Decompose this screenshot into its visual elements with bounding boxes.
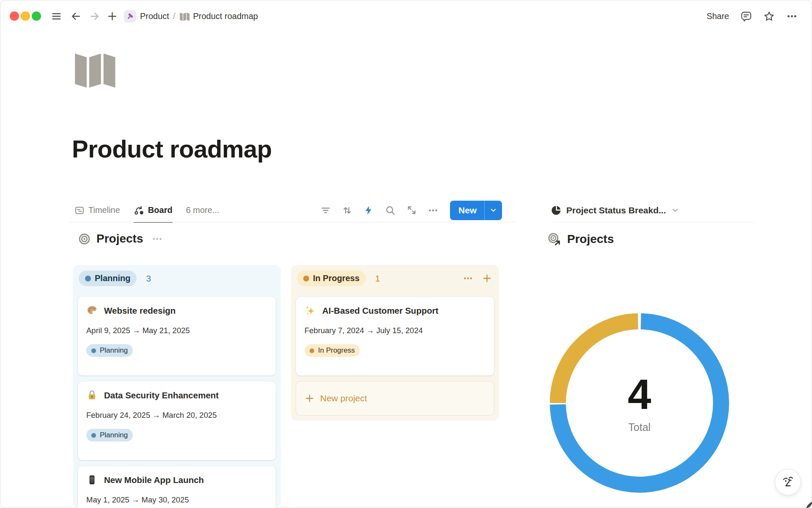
new-button[interactable]: New	[450, 201, 502, 220]
back-icon[interactable]	[71, 11, 81, 22]
column-count: 3	[146, 273, 151, 284]
project-card[interactable]: Data Security Enhancement February 24, 2…	[78, 381, 276, 460]
card-title: AI-Based Customer Support	[322, 306, 439, 316]
card-title: New Mobile App Launch	[104, 475, 204, 485]
new-tab-plus-icon[interactable]	[107, 11, 118, 22]
artist-palette-icon	[86, 305, 98, 316]
sparkles-icon	[304, 305, 316, 316]
plus-icon	[304, 393, 315, 403]
lock-icon	[86, 389, 98, 401]
sidebar-menu-icon[interactable]	[51, 11, 62, 22]
favorite-star-icon[interactable]	[763, 11, 775, 22]
status-dot	[85, 276, 91, 282]
more-options-icon[interactable]	[786, 11, 798, 22]
mobile-phone-icon	[86, 474, 98, 486]
chevron-down-icon	[671, 206, 680, 215]
column-more-icon[interactable]	[463, 273, 473, 284]
board-column-in-progress: In Progress 1 AI-Based Customer Support …	[291, 265, 499, 421]
column-header: In Progress 1	[291, 265, 499, 286]
notion-window: Product / Product roadmap Share Product …	[0, 0, 812, 508]
column-header: Planning 3	[73, 265, 281, 286]
expand-icon[interactable]	[406, 205, 417, 215]
traffic-light-minimize[interactable]	[21, 11, 30, 21]
status-badge[interactable]: Planning	[79, 271, 137, 286]
project-card[interactable]: AI-Based Customer Support February 7, 20…	[296, 297, 494, 375]
team-hammer-icon[interactable]	[124, 10, 136, 22]
section-more-icon[interactable]	[151, 233, 163, 245]
titlebar: Product / Product roadmap Share	[0, 0, 812, 32]
page-map-icon[interactable]	[73, 48, 117, 91]
search-icon[interactable]	[385, 205, 396, 216]
view-tabs: Timeline Board 6 more...	[74, 198, 219, 222]
timeline-icon	[74, 205, 85, 215]
card-date-range: February 7, 2024 → July 15, 2024	[304, 326, 486, 335]
breadcrumb-team[interactable]: Product	[140, 11, 169, 21]
board-icon	[134, 205, 144, 215]
chart-section-title: Projects	[567, 232, 614, 246]
page-title: Product roadmap	[72, 135, 272, 163]
breadcrumb-page[interactable]: Product roadmap	[193, 11, 258, 21]
linked-target-icon	[547, 232, 562, 246]
filter-icon[interactable]	[320, 205, 331, 216]
divider	[69, 222, 517, 222]
chevron-down-icon	[484, 201, 502, 220]
status-dot	[303, 276, 309, 282]
assistant-face-button[interactable]	[775, 469, 801, 495]
corner-cursor-blob	[804, 500, 812, 508]
forward-icon[interactable]	[89, 11, 100, 22]
map-icon	[179, 11, 190, 21]
tab-more-views[interactable]: 6 more...	[186, 198, 219, 222]
card-title: Website redesign	[104, 306, 176, 316]
card-date-range: February 24, 2025 → March 20, 2025	[86, 411, 267, 420]
tab-timeline[interactable]: Timeline	[74, 198, 120, 222]
pie-chart-icon	[551, 205, 562, 216]
comments-icon[interactable]	[741, 11, 752, 22]
view-toolbar: New	[320, 198, 502, 222]
new-project-button[interactable]: New project	[296, 381, 494, 415]
card-title: Data Security Enhancement	[104, 390, 219, 400]
traffic-light-close[interactable]	[10, 11, 19, 21]
face-icon	[779, 473, 797, 491]
automation-lightning-icon[interactable]	[363, 205, 374, 216]
card-date-range: April 9, 2025 → May 21, 2025	[86, 326, 267, 335]
traffic-light-zoom[interactable]	[32, 11, 41, 21]
more-icon[interactable]	[428, 205, 439, 216]
board-section-header: Projects	[78, 232, 163, 246]
chart-view-selector[interactable]: Project Status Breakd...	[551, 198, 680, 222]
breadcrumb-separator: /	[173, 11, 176, 21]
card-date-range: May 1, 2025 → May 30, 2025	[86, 495, 267, 505]
sort-icon[interactable]	[342, 205, 353, 216]
donut-segment-in-progress	[558, 321, 638, 403]
tab-board[interactable]: Board	[134, 199, 173, 223]
card-status-tag: In Progress	[304, 344, 360, 357]
breadcrumb: Product / Product roadmap	[124, 10, 258, 22]
board-column-planning: Planning 3 Website redesign April 9, 202…	[73, 265, 281, 508]
board-section-title: Projects	[96, 232, 143, 246]
column-count: 1	[375, 273, 380, 284]
share-button[interactable]: Share	[707, 11, 729, 21]
column-add-icon[interactable]	[482, 273, 492, 284]
status-badge[interactable]: In Progress	[297, 271, 366, 286]
chart-section-header: Projects	[547, 232, 614, 246]
status-donut-chart[interactable]: 4 Total	[546, 310, 732, 496]
card-status-tag: Planning	[86, 429, 133, 442]
project-card[interactable]: Website redesign April 9, 2025 → May 21,…	[78, 297, 276, 375]
card-status-tag: Planning	[86, 344, 133, 357]
target-icon	[78, 232, 91, 246]
project-card[interactable]: New Mobile App Launch May 1, 2025 → May …	[78, 466, 276, 508]
